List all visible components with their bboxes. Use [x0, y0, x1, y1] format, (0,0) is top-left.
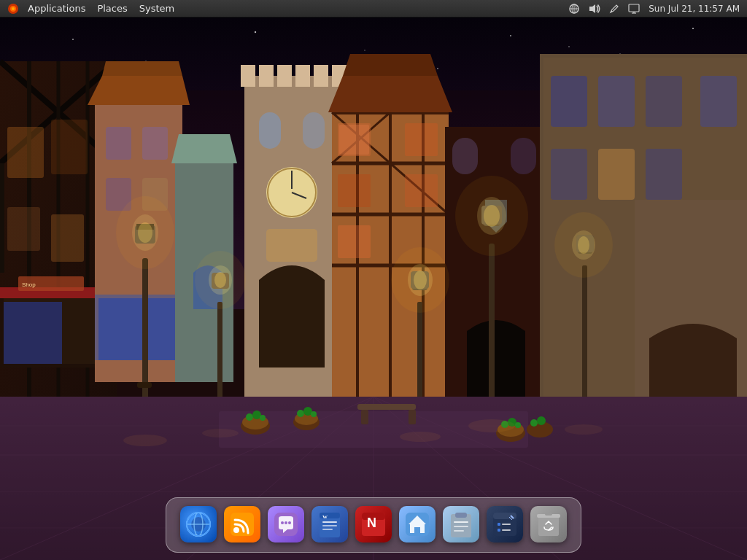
svg-rect-218: [502, 529, 511, 531]
system-menu[interactable]: System: [133, 0, 180, 18]
dock-item-tasks[interactable]: [484, 504, 525, 545]
dock-item-writer[interactable]: W: [309, 504, 350, 545]
top-panel: Applications Places System: [0, 0, 747, 18]
svg-point-158: [260, 415, 266, 421]
svg-rect-55: [259, 65, 274, 87]
svg-point-175: [123, 435, 167, 446]
svg-rect-198: [322, 525, 337, 526]
svg-rect-210: [454, 526, 468, 527]
wallpaper: Sport: [0, 18, 747, 560]
svg-rect-64: [259, 112, 281, 149]
svg-point-13: [72, 39, 74, 40]
svg-point-116: [116, 196, 174, 269]
svg-point-135: [455, 176, 528, 256]
svg-rect-57: [295, 65, 310, 87]
screen-icon: [628, 4, 640, 14]
display-icon[interactable]: [625, 0, 643, 18]
volume-control[interactable]: [586, 0, 603, 18]
network-status-icon[interactable]: [565, 0, 583, 18]
svg-marker-42: [102, 61, 182, 76]
datetime-label: Sun Jul 21, 11:57 AM: [649, 4, 740, 14]
trash-icon: [530, 506, 567, 542]
svg-rect-98: [551, 149, 587, 200]
svg-marker-7: [589, 4, 595, 13]
svg-rect-100: [646, 149, 682, 200]
svg-rect-48: [98, 298, 179, 360]
svg-rect-224: [545, 513, 552, 516]
input-method-icon[interactable]: [606, 0, 622, 18]
svg-point-15: [255, 31, 256, 33]
svg-rect-208: [455, 513, 467, 518]
svg-point-17: [510, 35, 511, 36]
svg-rect-117: [137, 382, 152, 388]
dock-item-trash[interactable]: [528, 504, 569, 545]
dock: W N: [166, 497, 581, 553]
svg-point-163: [311, 411, 317, 417]
svg-marker-51: [171, 134, 237, 163]
pen-icon: [609, 4, 619, 14]
network-icon: [568, 3, 580, 15]
applications-menu[interactable]: Applications: [22, 0, 91, 18]
svg-marker-86: [343, 54, 438, 76]
svg-point-190: [233, 527, 239, 533]
svg-rect-211: [454, 530, 464, 532]
places-menu[interactable]: Places: [91, 0, 133, 18]
svg-rect-33: [51, 120, 88, 174]
svg-point-193: [285, 521, 287, 524]
svg-point-123: [195, 251, 246, 309]
svg-rect-35: [51, 214, 84, 262]
svg-rect-215: [498, 523, 500, 526]
svg-rect-89: [452, 138, 478, 174]
svg-point-194: [288, 521, 291, 524]
svg-point-2: [12, 7, 15, 10]
svg-rect-222: [538, 516, 559, 536]
svg-rect-99: [598, 149, 635, 200]
clipboard-icon: [443, 506, 479, 542]
svg-rect-81: [405, 123, 438, 156]
svg-rect-172: [357, 404, 416, 410]
volume-icon: [589, 4, 600, 14]
svg-point-156: [246, 413, 253, 421]
dock-item-browser[interactable]: [178, 504, 219, 545]
svg-point-171: [537, 416, 546, 425]
svg-rect-217: [498, 529, 500, 532]
dock-item-clipboard[interactable]: [441, 504, 481, 545]
svg-rect-56: [277, 65, 292, 87]
svg-rect-34: [7, 207, 40, 251]
panel-left: Applications Places System: [4, 0, 180, 18]
svg-rect-183: [4, 302, 62, 364]
svg-point-179: [565, 424, 603, 435]
svg-rect-95: [598, 76, 635, 127]
svg-point-161: [297, 410, 304, 417]
svg-rect-197: [322, 521, 337, 523]
svg-rect-209: [454, 521, 468, 523]
dock-item-rss[interactable]: [222, 504, 263, 545]
dock-item-notes[interactable]: N: [353, 504, 394, 545]
svg-rect-66: [266, 229, 317, 262]
notes-icon: N: [355, 506, 392, 542]
svg-rect-65: [303, 112, 325, 149]
svg-point-170: [530, 419, 538, 427]
svg-point-22: [568, 46, 570, 47]
svg-marker-85: [328, 76, 452, 112]
svg-point-21: [437, 68, 438, 69]
svg-rect-216: [502, 524, 511, 525]
dock-item-chat[interactable]: [266, 504, 306, 545]
writer-icon: W: [311, 506, 348, 542]
svg-text:Shop: Shop: [22, 281, 36, 288]
svg-rect-96: [646, 76, 682, 127]
svg-text:N: N: [367, 516, 376, 530]
svg-point-178: [468, 419, 515, 432]
svg-rect-58: [314, 65, 328, 87]
svg-point-176: [202, 429, 239, 438]
footprint-icon: [7, 3, 19, 15]
svg-point-168: [515, 422, 521, 428]
svg-rect-83: [405, 174, 438, 207]
chat-icon: [268, 506, 304, 542]
dock-item-home[interactable]: [397, 504, 438, 545]
panel-logo[interactable]: [4, 0, 22, 18]
svg-rect-174: [409, 410, 416, 424]
clock[interactable]: Sun Jul 21, 11:57 AM: [646, 0, 743, 18]
svg-rect-82: [338, 174, 371, 207]
svg-rect-32: [7, 127, 44, 178]
